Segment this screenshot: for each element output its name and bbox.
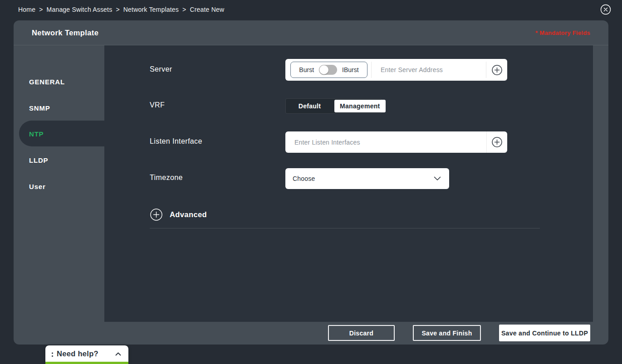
vrf-option-management[interactable]: Management: [334, 100, 386, 112]
sidebar-item-lldp[interactable]: LLDP: [29, 154, 48, 166]
advanced-label: Advanced: [170, 210, 207, 219]
listen-interface-label: Listen Interface: [150, 137, 202, 146]
help-dots-icon: [51, 350, 54, 358]
sidebar: GENERAL SNMP NTP LLDP User: [14, 45, 104, 345]
panel-header: Network Template * Mandatory Fields: [14, 20, 608, 45]
vrf-option-default[interactable]: Default: [286, 99, 333, 113]
switch-knob: [319, 65, 328, 74]
add-server-button[interactable]: [486, 62, 507, 78]
network-template-panel: Network Template * Mandatory Fields GENE…: [14, 20, 608, 345]
advanced-expander[interactable]: Advanced: [150, 209, 207, 221]
breadcrumb: Home > Manage Switch Assets > Network Te…: [0, 0, 622, 19]
iburst-label: IBurst: [342, 66, 359, 73]
timezone-label: Timezone: [150, 174, 183, 182]
sidebar-item-snmp[interactable]: SNMP: [29, 102, 50, 114]
add-listen-interface-button[interactable]: [486, 131, 507, 153]
sidebar-item-general[interactable]: GENERAL: [29, 75, 65, 88]
server-address-input[interactable]: [372, 62, 486, 78]
burst-label: Burst: [299, 66, 314, 73]
vrf-label: VRF: [150, 101, 165, 109]
server-card: Burst IBurst: [285, 59, 507, 81]
need-help-accent-bar: [45, 362, 128, 364]
listen-interface-card: [285, 131, 507, 153]
timezone-value: Choose: [293, 175, 315, 182]
chevron-down-icon: [434, 176, 441, 181]
circle-plus-icon: [492, 65, 502, 75]
close-icon: [600, 4, 611, 15]
page-title: Network Template: [32, 29, 98, 37]
sidebar-item-user[interactable]: User: [29, 180, 46, 193]
burst-iburst-toggle-group[interactable]: Burst IBurst: [290, 62, 367, 78]
save-and-continue-button[interactable]: Save and Continue to LLDP: [499, 325, 590, 341]
breadcrumb-home[interactable]: Home: [18, 6, 35, 13]
need-help-label: Need help?: [57, 349, 98, 358]
listen-interface-input-wrap: [285, 131, 486, 153]
advanced-divider: [150, 228, 540, 228]
circle-plus-icon: [150, 209, 162, 221]
breadcrumb-separator: >: [182, 6, 186, 13]
save-and-finish-button[interactable]: Save and Finish: [413, 325, 481, 341]
ntp-form: Server Burst IBurst VRF Def: [104, 45, 593, 322]
discard-button[interactable]: Discard: [328, 325, 395, 341]
timezone-select[interactable]: Choose: [285, 168, 449, 189]
server-address-input-wrap: [371, 62, 486, 78]
listen-interface-input[interactable]: [285, 131, 486, 153]
vrf-segmented-control: Default Management: [285, 98, 382, 114]
burst-iburst-switch[interactable]: [319, 65, 337, 75]
server-label: Server: [150, 65, 172, 73]
breadcrumb-create-new: Create New: [190, 6, 224, 13]
sidebar-item-ntp[interactable]: NTP: [29, 127, 44, 140]
need-help-widget[interactable]: Need help?: [45, 345, 128, 364]
circle-plus-icon: [492, 137, 502, 147]
breadcrumb-separator: >: [116, 6, 119, 13]
mandatory-fields-note: * Mandatory Fields: [535, 29, 590, 36]
breadcrumb-separator: >: [39, 6, 43, 13]
close-button[interactable]: [600, 4, 611, 15]
chevron-up-icon: [115, 352, 121, 356]
footer-actions: Discard Save and Finish Save and Continu…: [328, 325, 590, 341]
breadcrumb-manage-switch-assets[interactable]: Manage Switch Assets: [47, 6, 113, 13]
breadcrumb-network-templates[interactable]: Network Templates: [123, 6, 179, 13]
